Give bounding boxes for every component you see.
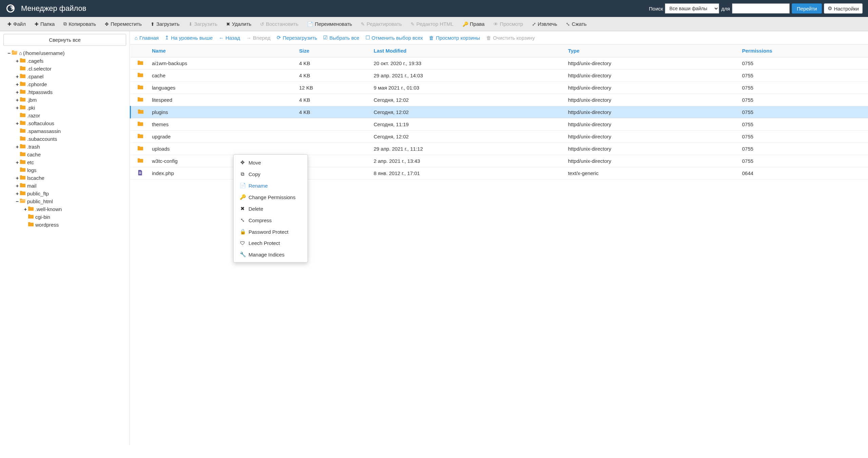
tree-item[interactable]: +.jbm — [1, 96, 128, 104]
tree-label: public_ftp — [27, 191, 49, 196]
nav-back[interactable]: ←Назад — [219, 35, 240, 41]
tree-toggle[interactable]: + — [15, 105, 20, 111]
tree-toggle[interactable]: + — [15, 159, 20, 165]
tree-toggle[interactable]: + — [15, 120, 20, 126]
rename-button[interactable]: 📄Переименовать — [303, 19, 356, 29]
tree-item[interactable]: +.softaculous — [1, 119, 128, 127]
tree-item[interactable]: wordpress — [1, 221, 128, 229]
table-row[interactable]: themes Сегодня, 11:19 httpd/unix-directo… — [131, 118, 868, 131]
tree-item[interactable]: +.well-known — [1, 205, 128, 213]
tree-label: etc — [27, 159, 34, 165]
tree-item[interactable]: cache — [1, 151, 128, 158]
folder-icon — [20, 198, 26, 205]
table-row[interactable]: languages 12 KB 9 мая 2021 г., 01:03 htt… — [131, 82, 868, 94]
nav-deselect[interactable]: ☐Отменить выбор всех — [366, 35, 423, 41]
tree-item[interactable]: +etc — [1, 158, 128, 166]
tree-item[interactable]: +lscache — [1, 174, 128, 182]
tree-item[interactable]: +mail — [1, 182, 128, 190]
ctx-compress[interactable]: ⤡Compress — [234, 214, 308, 226]
nav-forward[interactable]: →Вперед — [246, 35, 271, 41]
col-size[interactable]: Size — [295, 44, 370, 57]
nav-empty-trash[interactable]: 🗑Очистить корзину — [486, 35, 535, 41]
search-scope-select[interactable]: Все ваши файлы — [665, 3, 719, 14]
tree-item[interactable]: +.pki — [1, 104, 128, 112]
tree-toggle[interactable]: + — [15, 183, 20, 189]
edit-button[interactable]: ✎Редактировать — [357, 19, 406, 29]
search-go-button[interactable]: Перейти — [792, 3, 822, 14]
upload-button[interactable]: ⬆Загрузить — [146, 19, 184, 29]
nav-up[interactable]: ↥На уровень выше — [165, 35, 213, 41]
plus-icon: ✚ — [35, 21, 39, 27]
tree-toggle[interactable]: + — [15, 175, 20, 181]
tree-item[interactable]: .razor — [1, 112, 128, 119]
tree-item[interactable]: +.htpasswds — [1, 88, 128, 96]
download-button[interactable]: ⬇Загрузить — [184, 19, 222, 29]
table-row[interactable]: plugins 4 KB Сегодня, 12:02 httpd/unix-d… — [131, 106, 868, 118]
col-name[interactable]: Name — [148, 44, 295, 57]
ctx-copy[interactable]: ⧉Copy — [234, 168, 308, 180]
tree-toggle[interactable]: + — [15, 144, 20, 150]
tree-item[interactable]: +.cpanel — [1, 73, 128, 80]
tree-toggle[interactable]: − — [15, 198, 20, 204]
table-row[interactable]: ai1wm-backups 4 KB 20 окт. 2020 г., 19:3… — [131, 57, 868, 70]
search-input[interactable] — [732, 3, 790, 14]
tree-item[interactable]: +public_ftp — [1, 190, 128, 197]
table-row[interactable]: litespeed 4 KB Сегодня, 12:02 httpd/unix… — [131, 94, 868, 106]
tree-toggle[interactable]: + — [23, 206, 28, 212]
tree-item[interactable]: .cl.selector — [1, 65, 128, 73]
delete-button[interactable]: ✖Удалить — [222, 19, 255, 29]
ctx-delete[interactable]: ✖Delete — [234, 203, 308, 214]
tree-item[interactable]: .spamassassin — [1, 127, 128, 135]
nav-view-trash[interactable]: 🗑Просмотр корзины — [429, 35, 480, 41]
tree-label: .cagefs — [27, 58, 43, 64]
table-row[interactable]: cache 4 KB 29 апр. 2021 г., 14:03 httpd/… — [131, 70, 868, 82]
tree-toggle[interactable]: + — [15, 58, 20, 64]
move-button[interactable]: ✥Переместить — [101, 19, 146, 29]
view-button[interactable]: 👁Просмотр — [489, 19, 527, 29]
ctx-rename[interactable]: 📄Rename — [234, 180, 308, 191]
tree-toggle[interactable]: + — [15, 191, 20, 196]
tree-item[interactable]: +.cphorde — [1, 80, 128, 88]
tree-toggle[interactable]: − — [7, 50, 12, 56]
cell-modified: Сегодня, 12:02 — [370, 94, 564, 106]
tree-toggle[interactable]: + — [15, 74, 20, 79]
tree-label: mail — [27, 183, 37, 189]
tree-toggle[interactable]: + — [15, 89, 20, 95]
tree-item[interactable]: +.trash — [1, 143, 128, 151]
table-row[interactable]: upgrade Сегодня, 12:02 httpd/unix-direct… — [131, 131, 868, 143]
folder-icon — [20, 151, 26, 158]
settings-button[interactable]: ⚙Настройки — [824, 3, 863, 14]
copy-button[interactable]: ⧉Копировать — [59, 19, 100, 29]
nav-select-all[interactable]: ☑Выбрать все — [323, 35, 359, 41]
html-editor-button[interactable]: ✎Редактор HTML — [407, 19, 458, 29]
extract-button[interactable]: ⤢Извлечь — [528, 19, 561, 29]
restore-button[interactable]: ↺Восстановить — [256, 19, 302, 29]
tree-toggle[interactable]: + — [15, 81, 20, 87]
compress-button[interactable]: ⤡Сжать — [562, 19, 591, 29]
ctx-indices[interactable]: 🔧Manage Indices — [234, 249, 308, 260]
tree-item[interactable]: cgi-bin — [1, 213, 128, 221]
nav-home[interactable]: ⌂Главная — [135, 35, 159, 41]
collapse-all-button[interactable]: Свернуть все — [3, 34, 126, 46]
col-perms[interactable]: Permissions — [738, 44, 868, 57]
ctx-password[interactable]: 🔒Password Protect — [234, 226, 308, 237]
ctx-move[interactable]: ✥Move — [234, 157, 308, 168]
nav-reload[interactable]: ⟳Перезагрузить — [277, 35, 317, 41]
ctx-leech[interactable]: 🛡Leech Protect — [234, 237, 308, 249]
file-button[interactable]: ✚Файл — [3, 19, 30, 29]
key-icon: 🔑 — [462, 21, 468, 27]
col-modified[interactable]: Last Modified — [370, 44, 564, 57]
tree-item[interactable]: −public_html — [1, 197, 128, 205]
tree-item[interactable]: +.cagefs — [1, 57, 128, 65]
permissions-button[interactable]: 🔑Права — [458, 19, 489, 29]
tree-toggle[interactable]: + — [15, 97, 20, 103]
table-row[interactable]: uploads 29 апр. 2021 г., 11:12 httpd/uni… — [131, 143, 868, 155]
folder-icon — [28, 222, 34, 228]
tree-item[interactable]: .subaccounts — [1, 135, 128, 143]
tree-item[interactable]: −⌂(/home/username) — [1, 49, 128, 57]
tree-item[interactable]: logs — [1, 166, 128, 174]
cell-perms: 0755 — [738, 82, 868, 94]
folder-button[interactable]: ✚Папка — [31, 19, 59, 29]
ctx-chperm[interactable]: 🔑Change Permissions — [234, 191, 308, 203]
col-type[interactable]: Type — [564, 44, 738, 57]
